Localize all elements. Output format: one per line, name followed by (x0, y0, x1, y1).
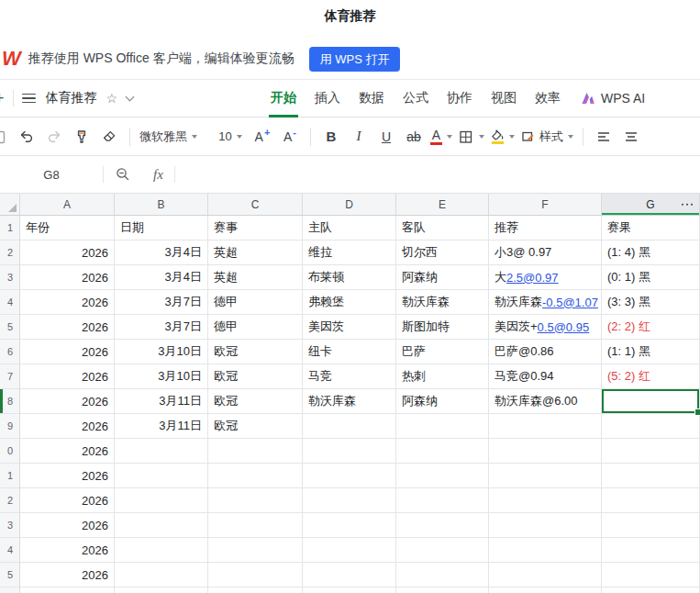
open-in-wps-button[interactable]: 用 WPS 打开 (309, 47, 401, 72)
cell-C14[interactable] (208, 538, 303, 563)
cell-E3[interactable]: 阿森纳 (396, 265, 489, 290)
cell-G3[interactable]: (0: 1) 黑 (602, 265, 700, 290)
row-header-15[interactable]: 5 (0, 563, 20, 587)
cell-A4[interactable]: 2026 (20, 290, 115, 315)
cell-G1[interactable]: 赛果 (602, 216, 700, 241)
cell-F11[interactable] (489, 464, 602, 488)
cell-G5[interactable]: (2: 2) 红 (602, 315, 700, 340)
cell-F13[interactable] (489, 513, 602, 538)
cell-D2[interactable]: 维拉 (303, 241, 396, 265)
cell-A6[interactable]: 2026 (20, 340, 115, 364)
cell-C3[interactable]: 英超 (208, 265, 303, 290)
cell-A1[interactable]: 年份 (20, 216, 115, 241)
row-header-6[interactable]: 6 (0, 340, 20, 364)
formula-input[interactable] (175, 156, 700, 193)
cell-C10[interactable] (208, 439, 303, 464)
cell-B11[interactable] (115, 464, 208, 488)
cell-A15[interactable]: 2026 (20, 563, 115, 587)
tab-插入[interactable]: 插入 (315, 90, 340, 106)
cell-E14[interactable] (396, 538, 489, 563)
cell-G4[interactable]: (3: 3) 黑 (602, 290, 700, 315)
cell-E15[interactable] (396, 563, 489, 587)
cell-B8[interactable]: 3月11日 (115, 389, 208, 414)
cell-F10[interactable] (489, 439, 602, 464)
cell-F16[interactable] (489, 587, 602, 593)
format-painter-icon[interactable] (71, 124, 93, 150)
cell-G9[interactable] (602, 414, 700, 439)
font-name-dropdown[interactable]: 微软雅黑 (139, 124, 209, 150)
chevron-down-icon[interactable] (126, 93, 135, 102)
new-tab-button[interactable]: + (0, 89, 5, 108)
cell-F9[interactable] (489, 414, 602, 439)
wps-ai-button[interactable]: WPS AI (581, 91, 645, 106)
cell-G13[interactable] (602, 513, 700, 538)
borders-dropdown[interactable] (458, 124, 484, 150)
column-header-A[interactable]: A (20, 194, 115, 215)
cell-D6[interactable]: 纽卡 (303, 340, 396, 364)
tab-公式[interactable]: 公式 (403, 90, 428, 106)
cell-B1[interactable]: 日期 (115, 216, 208, 241)
cell-F15[interactable] (489, 563, 602, 587)
cell-B3[interactable]: 3月4日 (115, 265, 208, 290)
font-size-dropdown[interactable]: 10 (215, 124, 246, 150)
cell-D11[interactable] (303, 464, 396, 488)
cell-B15[interactable] (115, 563, 208, 587)
cell-A16[interactable]: 2026 (20, 587, 115, 593)
cell-C15[interactable] (208, 563, 303, 587)
cell-B16[interactable] (115, 587, 208, 593)
row-header-14[interactable]: 4 (0, 538, 20, 563)
tab-视图[interactable]: 视图 (491, 90, 517, 106)
tab-开始[interactable]: 开始 (271, 90, 296, 106)
cell-E13[interactable] (396, 513, 489, 538)
clipboard-icon[interactable] (0, 124, 10, 150)
tab-数据[interactable]: 数据 (359, 90, 384, 106)
cell-C5[interactable]: 德甲 (208, 315, 303, 340)
row-header-5[interactable]: 5 (0, 315, 20, 340)
cell-G14[interactable] (602, 538, 700, 563)
cell-D4[interactable]: 弗赖堡 (303, 290, 396, 315)
select-all-icon[interactable] (0, 194, 20, 215)
cell-D16[interactable] (303, 587, 396, 593)
hamburger-icon[interactable] (22, 94, 36, 104)
decrease-font-button[interactable]: A - (279, 124, 301, 150)
cell-D7[interactable]: 马竞 (303, 364, 396, 389)
cell-G6[interactable]: (1: 1) 黑 (602, 340, 700, 364)
cell-D10[interactable] (303, 439, 396, 464)
cell-A12[interactable]: 2026 (20, 488, 115, 513)
cell-G12[interactable] (602, 488, 700, 513)
cell-E11[interactable] (396, 464, 489, 488)
tab-效率[interactable]: 效率 (535, 90, 561, 106)
row-header-11[interactable]: 1 (0, 464, 20, 488)
cell-E4[interactable]: 勒沃库森 (396, 290, 489, 315)
font-color-button[interactable]: A (430, 124, 452, 150)
cell-C8[interactable]: 欧冠 (208, 389, 303, 414)
row-header-10[interactable]: 0 (0, 439, 20, 464)
cell-A9[interactable]: 2026 (20, 414, 115, 439)
cell-F14[interactable] (489, 538, 602, 563)
cell-A8[interactable]: 2026 (20, 389, 115, 414)
cell-F1[interactable]: 推荐 (489, 216, 602, 241)
cell-B4[interactable]: 3月7日 (115, 290, 208, 315)
cell-A13[interactable]: 2026 (20, 513, 115, 538)
cell-A7[interactable]: 2026 (20, 364, 115, 389)
column-header-D[interactable]: D (303, 194, 396, 215)
row-header-2[interactable]: 2 (0, 241, 20, 265)
cell-F8[interactable]: 勒沃库森@6.00 (489, 389, 602, 414)
row-header-1[interactable]: 1 (0, 216, 20, 241)
cell-E5[interactable]: 斯图加特 (396, 315, 489, 340)
cell-F4[interactable]: 勒沃库森-0.5@1.07 (489, 290, 602, 315)
increase-font-button[interactable]: A + (251, 124, 273, 150)
cell-B12[interactable] (115, 488, 208, 513)
hyperlink[interactable]: 0.5@0.95 (538, 320, 590, 334)
cell-E10[interactable] (396, 439, 489, 464)
fill-color-dropdown[interactable] (490, 124, 515, 150)
cell-B13[interactable] (115, 513, 208, 538)
cell-C4[interactable]: 德甲 (208, 290, 303, 315)
strikethrough-button[interactable]: ab (403, 124, 425, 150)
row-header-12[interactable]: 2 (0, 488, 20, 513)
cell-F12[interactable] (489, 488, 602, 513)
cell-G7[interactable]: (5: 2) 红 (602, 364, 700, 389)
cell-D15[interactable] (303, 563, 396, 587)
hyperlink[interactable]: -0.5@1.07 (542, 296, 598, 309)
cell-C7[interactable]: 欧冠 (208, 364, 303, 389)
